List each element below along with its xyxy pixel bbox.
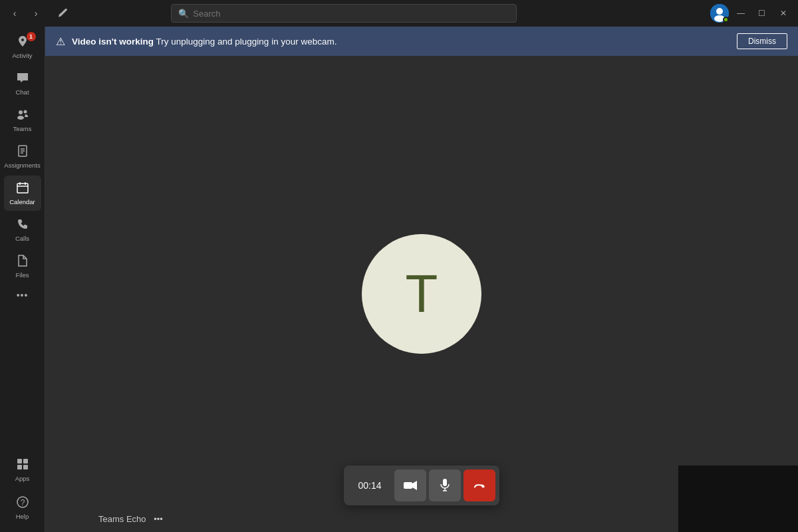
svg-rect-14: [17, 459, 22, 464]
svg-point-1: [716, 8, 723, 15]
nav-buttons: ‹ ›: [5, 4, 45, 23]
caller-name: Teams Echo: [98, 514, 146, 524]
sidebar-item-help[interactable]: ? Help: [4, 490, 41, 525]
compose-button[interactable]: [53, 4, 72, 23]
svg-rect-17: [23, 465, 28, 469]
sidebar-item-apps[interactable]: Apps: [4, 452, 41, 487]
sidebar-item-calls-label: Calls: [15, 235, 29, 242]
minimize-button[interactable]: —: [732, 4, 750, 23]
sidebar-item-teams-label: Teams: [13, 125, 32, 132]
activity-badge: 1: [27, 32, 36, 41]
sidebar-item-more[interactable]: •••: [4, 285, 41, 305]
title-bar: ‹ › 🔍 — ☐ ✕: [0, 0, 798, 27]
calendar-icon: [16, 181, 29, 196]
sidebar-item-files[interactable]: Files: [4, 249, 41, 284]
sidebar-item-calls[interactable]: Calls: [4, 212, 41, 247]
svg-rect-16: [17, 465, 22, 469]
sidebar-item-calendar-label: Calendar: [9, 198, 35, 205]
files-icon: [16, 254, 29, 269]
svg-text:?: ?: [20, 498, 25, 507]
warning-normal-text: Try unplugging and plugging in your webc…: [156, 37, 337, 47]
svg-rect-15: [23, 459, 28, 464]
video-button[interactable]: [394, 469, 426, 501]
svg-point-5: [17, 116, 24, 120]
calls-icon: [16, 217, 29, 233]
chat-icon: [16, 71, 29, 86]
sidebar-bottom: Apps ? Help: [4, 452, 41, 532]
search-icon: 🔍: [178, 9, 189, 19]
mute-button[interactable]: [429, 469, 461, 501]
svg-rect-10: [17, 184, 28, 193]
avatar-status-indicator: [723, 17, 729, 23]
avatar[interactable]: [710, 4, 729, 23]
apps-icon: [16, 458, 29, 473]
svg-rect-22: [443, 479, 447, 486]
title-bar-right: — ☐ ✕: [710, 4, 793, 23]
sidebar-item-assignments[interactable]: Assignments: [4, 139, 41, 174]
sidebar: Activity 1 Chat Teams: [0, 27, 45, 532]
svg-point-4: [23, 110, 27, 114]
sidebar-item-chat[interactable]: Chat: [4, 66, 41, 101]
sidebar-item-teams[interactable]: Teams: [4, 102, 41, 138]
warning-banner: ⚠ Video isn't working Try unplugging and…: [45, 27, 798, 56]
svg-rect-20: [404, 482, 412, 489]
more-icon: •••: [17, 291, 29, 300]
call-more-options[interactable]: •••: [154, 514, 163, 524]
sidebar-item-activity[interactable]: Activity 1: [4, 29, 41, 65]
svg-point-3: [19, 110, 23, 114]
sidebar-item-files-label: Files: [15, 271, 29, 279]
self-preview: [678, 466, 798, 532]
teams-icon: [16, 108, 29, 123]
main-layout: Activity 1 Chat Teams: [0, 27, 798, 532]
help-icon: ?: [16, 495, 29, 511]
warning-bold-text: Video isn't working: [72, 37, 154, 47]
search-bar[interactable]: 🔍: [171, 4, 517, 23]
warning-text: Video isn't working Try unplugging and p…: [72, 37, 730, 47]
warning-icon: ⚠: [56, 35, 65, 48]
sidebar-item-chat-label: Chat: [15, 88, 29, 96]
close-button[interactable]: ✕: [774, 4, 793, 23]
sidebar-item-calendar[interactable]: Calendar: [4, 176, 41, 211]
content-area: ⚠ Video isn't working Try unplugging and…: [45, 27, 798, 532]
assignments-icon: [16, 144, 29, 160]
sidebar-item-assignments-label: Assignments: [4, 162, 40, 169]
search-input[interactable]: [193, 9, 509, 19]
end-call-button[interactable]: [464, 469, 495, 501]
sidebar-item-help-label: Help: [16, 513, 29, 520]
call-timer: 00:14: [346, 476, 393, 495]
dismiss-button[interactable]: Dismiss: [737, 33, 787, 49]
call-controls: 00:14: [344, 466, 499, 505]
svg-marker-21: [412, 481, 417, 490]
call-area: T 00:14: [45, 56, 798, 532]
caller-avatar: T: [362, 234, 481, 354]
call-name-strip: Teams Echo •••: [98, 514, 163, 524]
sidebar-item-activity-label: Activity: [12, 52, 32, 59]
back-button[interactable]: ‹: [5, 4, 24, 23]
forward-button[interactable]: ›: [27, 4, 45, 23]
maximize-button[interactable]: ☐: [753, 4, 771, 23]
sidebar-item-apps-label: Apps: [15, 475, 30, 482]
